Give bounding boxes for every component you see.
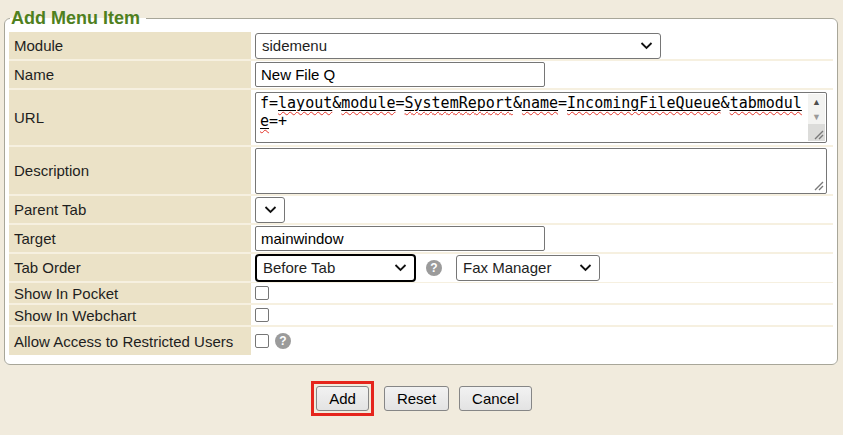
allow-access-label: Allow Access to Restricted Users [9, 327, 251, 355]
url-row: URL f=layout&module=SystemReport&name=In… [9, 90, 833, 147]
tab-order-select[interactable]: Before Tab [255, 254, 416, 282]
chevron-down-icon [394, 264, 407, 272]
module-row: Module sidemenu [9, 32, 833, 61]
target-label: Target [9, 225, 251, 252]
module-label: Module [9, 32, 251, 59]
reference-tab-select-value: Fax Manager [463, 259, 551, 276]
description-textarea[interactable] [255, 148, 827, 194]
show-in-pocket-row: Show In Pocket [9, 283, 833, 305]
tab-order-label: Tab Order [9, 254, 251, 281]
show-in-pocket-checkbox[interactable] [255, 286, 269, 300]
name-label: Name [9, 61, 251, 88]
url-textarea-text: f=layout&module=SystemReport&name=Incomi… [260, 94, 802, 130]
description-label: Description [9, 147, 251, 194]
show-in-pocket-label: Show In Pocket [9, 283, 251, 303]
show-in-webchart-row: Show In Webchart [9, 305, 833, 327]
form-buttons: Add Reset Cancel [0, 381, 843, 416]
description-row: Description [9, 147, 833, 196]
help-icon[interactable]: ? [275, 333, 291, 349]
name-input[interactable] [255, 62, 545, 87]
parent-tab-select[interactable] [255, 197, 285, 223]
cancel-button[interactable]: Cancel [459, 386, 532, 411]
allow-access-checkbox[interactable] [255, 334, 269, 348]
url-textarea[interactable]: f=layout&module=SystemReport&name=Incomi… [255, 92, 827, 143]
target-input[interactable] [255, 226, 545, 251]
add-button[interactable]: Add [316, 386, 369, 411]
reset-button[interactable]: Reset [384, 386, 449, 411]
allow-access-row: Allow Access to Restricted Users ? [9, 327, 833, 355]
module-select-value: sidemenu [262, 37, 327, 54]
parent-tab-label: Parent Tab [9, 196, 251, 223]
resize-grip-icon[interactable] [812, 179, 824, 191]
show-in-webchart-label: Show In Webchart [9, 305, 251, 325]
reference-tab-select[interactable]: Fax Manager [456, 255, 600, 281]
tab-order-select-value: Before Tab [263, 259, 335, 276]
red-highlight-annotation: Add [311, 381, 374, 416]
form-title: Add Menu Item [10, 8, 146, 29]
target-row: Target [9, 225, 833, 254]
module-select[interactable]: sidemenu [255, 33, 661, 59]
add-menu-item-form: Add Menu Item Module sidemenu Name URL f… [4, 8, 838, 365]
chevron-down-icon [264, 206, 277, 214]
scroll-up-icon[interactable]: ▲ [808, 94, 825, 109]
name-row: Name [9, 61, 833, 90]
resize-grip-icon[interactable] [812, 128, 824, 140]
chevron-down-icon [579, 264, 592, 272]
url-label: URL [9, 90, 251, 145]
scroll-down-icon[interactable]: ▼ [808, 109, 825, 124]
tab-order-row: Tab Order Before Tab ? Fax Manager [9, 254, 833, 283]
help-icon[interactable]: ? [426, 260, 442, 276]
show-in-webchart-checkbox[interactable] [255, 308, 269, 322]
chevron-down-icon [640, 42, 653, 50]
parent-tab-row: Parent Tab [9, 196, 833, 225]
